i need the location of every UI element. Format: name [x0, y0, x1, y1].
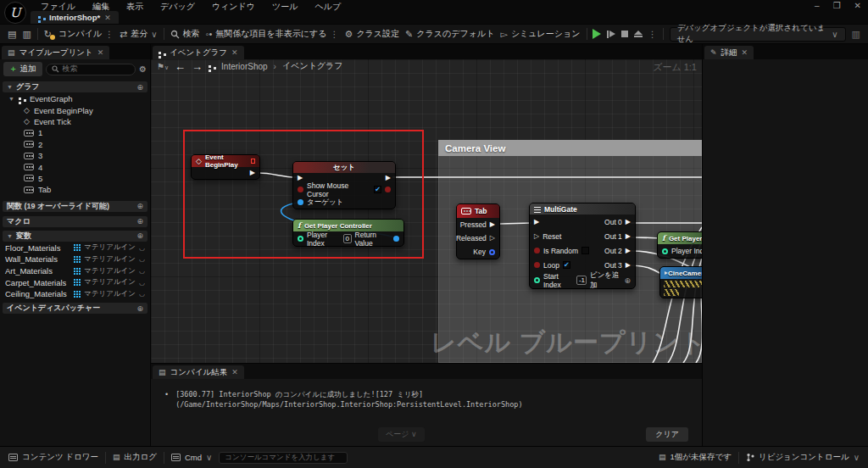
hide-unrelated-button[interactable]: ◦• 無関係な項目を非表示にする⋮	[206, 28, 339, 40]
menu-window[interactable]: ウィンドウ	[203, 1, 264, 13]
nav-back-button[interactable]: ←	[175, 60, 186, 73]
console-command-input[interactable]: コンソールコマンドを入力します	[219, 452, 348, 464]
compile-button[interactable]: ↻ コンパイル⋮	[44, 28, 114, 40]
save-icon[interactable]: ▤	[8, 30, 16, 39]
node-multigate[interactable]: MultiGate ▶ Out 0 ▶ ▷ Reset Out 1 ▶	[529, 203, 636, 289]
class-settings-button[interactable]: ⚙ クラス設定	[345, 28, 400, 40]
play-button[interactable]	[593, 29, 601, 39]
menu-debug[interactable]: デバッグ	[152, 1, 203, 13]
add-graph-icon[interactable]: ⊕	[136, 83, 143, 92]
tree-item-keytab[interactable]: Tab	[0, 184, 150, 195]
add-function-icon[interactable]: ⊕	[136, 202, 143, 210]
simulation-button[interactable]: ▻ シミュレーション	[500, 28, 580, 40]
breadcrumb-asset[interactable]: InteriorShop	[221, 62, 267, 71]
output-log-button[interactable]: ▤ 出力ログ	[113, 452, 157, 463]
eject-button[interactable]	[634, 31, 643, 37]
is-random-pin[interactable]	[534, 248, 540, 254]
tab-details[interactable]: ✎ 詳細 ✕	[704, 46, 754, 59]
loop-pin[interactable]	[534, 262, 540, 268]
filter-gear-icon[interactable]: ⚙	[139, 65, 147, 74]
frame-skip-button[interactable]	[607, 31, 615, 38]
eye-closed-icon[interactable]: ◡	[139, 279, 145, 287]
stop-button[interactable]	[621, 31, 627, 37]
start-index-value[interactable]: -1	[576, 276, 587, 285]
tree-item-key2[interactable]: 2	[0, 139, 150, 150]
breadcrumb-graph[interactable]: イベントグラフ	[282, 60, 343, 72]
page-dropdown[interactable]: ページ ∨	[378, 427, 425, 442]
close-icon[interactable]: ✕	[231, 368, 238, 376]
cmd-dropdown[interactable]: Cmd ∨	[171, 453, 212, 462]
bookmark-icon[interactable]: ⚑∨	[157, 62, 169, 71]
out2-pin[interactable]: ▶	[626, 248, 631, 254]
add-macro-icon[interactable]: ⊕	[136, 217, 143, 226]
add-dispatcher-icon[interactable]: ⊕	[136, 304, 143, 313]
close-icon[interactable]: ✕	[742, 48, 748, 57]
eye-closed-icon[interactable]: ◡	[139, 267, 145, 275]
checkbox-unchecked[interactable]	[581, 247, 589, 254]
out3-pin[interactable]: ▶	[626, 262, 631, 269]
close-icon[interactable]: ✕	[97, 48, 104, 57]
player-index-pin[interactable]	[662, 248, 668, 254]
eye-closed-icon[interactable]: ◡	[139, 255, 145, 263]
eye-closed-icon[interactable]: ◡	[139, 244, 145, 252]
variable-row[interactable]: Carpet_Materials マテリアルイン ◡	[0, 276, 150, 288]
revision-control-button[interactable]: リビジョンコントロール ∨	[746, 452, 860, 463]
node-input-key-tab[interactable]: Tab Pressed ▶ Released ▷ Key	[456, 203, 500, 259]
browse-debug-icon[interactable]: ▥	[852, 30, 860, 39]
tab-compile-results[interactable]: ▤ コンパイル結果 ✕	[153, 365, 244, 379]
menu-tools[interactable]: ツール	[264, 1, 306, 13]
out0-pin[interactable]: ▶	[626, 219, 631, 226]
node-get-player-clipped[interactable]: f Get Player C Player Inde	[657, 231, 702, 259]
node-cinecamera-clipped[interactable]: CineCamera	[659, 266, 702, 298]
section-functions[interactable]: 関数 (19 オーバーライド可能) ⊕	[3, 201, 147, 212]
section-variables[interactable]: ▼ 変数 ⊕	[3, 231, 147, 242]
tree-item-key4[interactable]: 4	[0, 161, 150, 172]
variable-row[interactable]: Floor_Materials マテリアルイン ◡	[0, 242, 150, 254]
tree-item-key1[interactable]: 1	[0, 127, 150, 138]
kebab-icon[interactable]: ⋮	[648, 30, 657, 39]
reset-pin[interactable]: ▷	[534, 233, 539, 240]
tab-my-blueprint[interactable]: ▤ マイブループリント ✕	[2, 46, 109, 59]
close-icon[interactable]: ✕	[104, 14, 111, 22]
tree-item-key3[interactable]: 3	[0, 150, 150, 161]
menu-view[interactable]: 表示	[118, 1, 152, 13]
content-drawer-button[interactable]: コンテンツ ドロワー	[8, 452, 98, 463]
variable-row[interactable]: Ceiling_Materials マテリアルイン ◡	[0, 288, 150, 300]
menu-help[interactable]: ヘルプ	[307, 1, 350, 13]
checkbox-checked[interactable]: ✔	[563, 261, 570, 269]
browse-icon[interactable]: ▥	[22, 30, 31, 39]
minimize-button[interactable]: –	[815, 1, 820, 10]
variable-row[interactable]: Art_Materials マテリアルイン ◡	[0, 265, 150, 277]
section-macro[interactable]: マクロ ⊕	[3, 216, 147, 227]
tree-item-eventgraph[interactable]: ▼ EventGraph	[0, 93, 150, 104]
start-index-pin[interactable]	[534, 277, 540, 283]
add-variable-icon[interactable]: ⊕	[136, 231, 143, 240]
debug-object-dropdown[interactable]: デバッグオブジェクトが選択されていません ∨	[670, 27, 846, 42]
eye-closed-icon[interactable]: ◡	[139, 290, 145, 298]
tree-item-key5[interactable]: 5	[0, 173, 150, 184]
out1-pin[interactable]: ▶	[626, 233, 631, 240]
section-dispatchers[interactable]: イベントディスパッチャー ⊕	[3, 303, 147, 314]
maximize-button[interactable]: ❐	[833, 1, 841, 10]
add-button[interactable]: ＋ 追加	[3, 62, 42, 76]
kebab-icon[interactable]: ⋮	[105, 30, 114, 39]
variable-row[interactable]: Wall_Materials マテリアルイン ◡	[0, 254, 150, 265]
add-pin-icon[interactable]: ⊕	[624, 276, 631, 285]
class-defaults-button[interactable]: ✎ クラスのデフォルト	[405, 28, 494, 40]
key-pin[interactable]	[489, 249, 495, 255]
find-button[interactable]: 検索	[170, 28, 200, 40]
graph-canvas[interactable]: ⚑∨ ← → InteriorShop › イベントグラフ ズーム 1:1 Ca…	[151, 59, 702, 363]
tree-item-beginplay[interactable]: ◇ Event BeginPlay	[0, 104, 150, 115]
tab-event-graph[interactable]: イベントグラフ ✕	[153, 46, 244, 59]
released-pin[interactable]: ▷	[490, 235, 495, 242]
exec-in-pin[interactable]: ▶	[534, 219, 539, 226]
kebab-icon[interactable]: ⋮	[331, 30, 339, 39]
search-input[interactable]: 検索	[46, 64, 136, 75]
compile-log-line[interactable]: • [3600.77] InteriorShop のコンパイルに成功しました![…	[151, 379, 702, 420]
section-graph[interactable]: ▼ グラフ ⊕	[3, 81, 147, 92]
diff-button[interactable]: ⇄ 差分∨	[120, 28, 158, 40]
close-icon[interactable]: ✕	[231, 48, 238, 57]
unsaved-indicator[interactable]: ▤ 1個が未保存です	[659, 452, 732, 463]
close-button[interactable]: ✕	[854, 1, 861, 10]
nav-forward-button[interactable]: →	[192, 60, 203, 73]
